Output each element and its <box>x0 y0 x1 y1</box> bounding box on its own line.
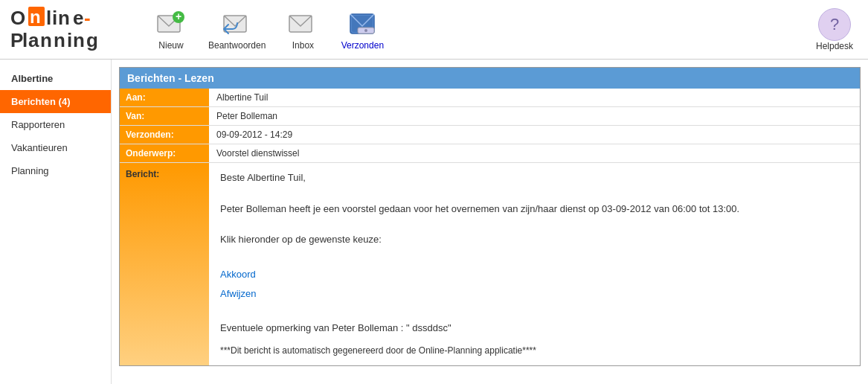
message-value-aan: Albertine Tuil <box>209 89 860 106</box>
svg-text:O: O <box>10 7 25 29</box>
svg-text:-: - <box>84 7 91 29</box>
nav-beantwoorden-label: Beantwoorden <box>208 40 266 51</box>
message-title: Berichten - Lezen <box>120 68 860 89</box>
body-cta: Klik hieronder op de gewenste keuze: <box>220 232 849 248</box>
body-main: Peter Bolleman heeft je een voorstel ged… <box>220 202 849 217</box>
message-row-body: Bericht: Beste Albertine Tuil, Peter Bol… <box>120 163 860 365</box>
message-label-aan: Aan: <box>120 89 209 106</box>
sidebar-item-rapporteren[interactable]: Rapporteren <box>0 113 111 136</box>
nav-inbox-label: Inbox <box>292 40 314 51</box>
sent-icon <box>347 9 377 39</box>
help-icon: ? <box>818 8 851 41</box>
svg-text:n: n <box>73 29 85 51</box>
sidebar-username: Albertine <box>0 67 111 90</box>
sidebar-item-planning[interactable]: Planning <box>0 159 111 182</box>
body-footer: ***Dit bericht is automatisch gegenereer… <box>220 344 849 358</box>
message-container: Berichten - Lezen Aan: Albertine Tuil Va… <box>119 67 861 366</box>
message-label-verzonden: Verzonden: <box>120 126 209 144</box>
svg-text:+: + <box>176 10 181 22</box>
content: Berichten - Lezen Aan: Albertine Tuil Va… <box>112 60 868 384</box>
link-afwijzen[interactable]: Afwijzen <box>220 287 849 302</box>
header: O n l i n e - P l a n n i n g <box>0 0 868 60</box>
message-label-onderwerp: Onderwerp: <box>120 144 209 162</box>
inbox-icon <box>288 9 318 39</box>
nav-nieuw-label: Nieuw <box>158 40 183 51</box>
svg-text:P: P <box>10 29 23 51</box>
sidebar-item-berichten[interactable]: Berichten (4) <box>0 90 111 113</box>
svg-text:i: i <box>67 29 72 51</box>
svg-text:l: l <box>22 29 28 51</box>
link-akkoord[interactable]: Akkoord <box>220 267 849 283</box>
message-body-content: Beste Albertine Tuil, Peter Bolleman hee… <box>209 163 860 365</box>
message-row-van: Van: Peter Bolleman <box>120 107 860 126</box>
message-row-aan: Aan: Albertine Tuil <box>120 89 860 107</box>
svg-text:n: n <box>40 29 52 51</box>
body-remark: Eventuele opmerking van Peter Bolleman :… <box>220 321 849 336</box>
message-row-onderwerp: Onderwerp: Voorstel dienstwissel <box>120 144 860 163</box>
nav-verzonden-label: Verzonden <box>341 40 384 51</box>
nav-beantwoorden-button[interactable]: Beantwoorden <box>205 5 269 54</box>
svg-text:n: n <box>54 29 65 51</box>
helpdesk-button[interactable]: ? Helpdesk <box>808 4 861 55</box>
svg-text:l: l <box>46 7 51 29</box>
nav-nieuw-button[interactable]: + Nieuw <box>145 5 197 54</box>
nav-verzonden-button[interactable]: Verzonden <box>336 5 388 54</box>
message-label-body: Bericht: <box>120 163 209 365</box>
message-row-verzonden: Verzonden: 09-09-2012 - 14:29 <box>120 126 860 144</box>
sidebar: Albertine Berichten (4) Rapporteren Vaka… <box>0 60 112 384</box>
svg-text:g: g <box>86 29 98 51</box>
logo: O n l i n e - P l a n n i n g <box>7 1 130 57</box>
logo-svg: O n l i n e - P l a n n i n g <box>7 4 126 56</box>
svg-text:n: n <box>58 7 70 29</box>
svg-text:i: i <box>52 7 57 29</box>
reply-icon <box>222 9 252 39</box>
message-value-onderwerp: Voorstel dienstwissel <box>209 144 860 162</box>
message-label-van: Van: <box>120 107 209 125</box>
svg-point-24 <box>364 29 367 32</box>
header-right: ? Helpdesk <box>808 4 861 55</box>
body-greeting: Beste Albertine Tuil, <box>220 170 849 186</box>
svg-text:n: n <box>30 7 41 27</box>
message-value-van: Peter Bolleman <box>209 107 860 125</box>
main: Albertine Berichten (4) Rapporteren Vaka… <box>0 60 868 384</box>
svg-text:e: e <box>73 7 83 29</box>
helpdesk-label: Helpdesk <box>816 41 853 51</box>
svg-text:a: a <box>28 29 39 51</box>
nav-buttons: + Nieuw Beantwoorden <box>145 5 388 54</box>
new-message-icon: + <box>156 9 186 39</box>
message-value-verzonden: 09-09-2012 - 14:29 <box>209 126 860 144</box>
nav-inbox-button[interactable]: Inbox <box>277 5 329 54</box>
sidebar-item-vakantieuren[interactable]: Vakantieuren <box>0 136 111 159</box>
